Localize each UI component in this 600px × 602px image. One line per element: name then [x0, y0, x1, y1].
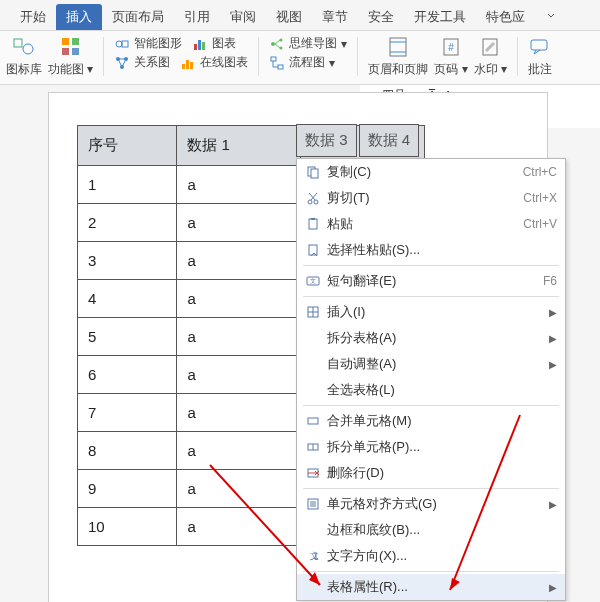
ribbon-watermark-label: 水印: [474, 62, 498, 76]
table-cell[interactable]: a: [177, 242, 301, 280]
ctx-delete-row[interactable]: 删除行(D): [297, 460, 565, 486]
table-cell[interactable]: 1: [78, 166, 177, 204]
submenu-arrow-icon: ▶: [545, 359, 557, 370]
page-number-icon: #: [439, 35, 463, 59]
ctx-split-cells[interactable]: 拆分单元格(P)...: [297, 434, 565, 460]
ctx-cut[interactable]: 剪切(T)Ctrl+X: [297, 185, 565, 211]
ctx-table-properties[interactable]: 表格属性(R)...▶: [297, 574, 565, 600]
svg-rect-28: [531, 40, 547, 50]
svg-rect-30: [311, 169, 318, 178]
ribbon-pgnum-label: 页码: [434, 62, 458, 76]
ribbon-relation[interactable]: 关系图: [114, 54, 170, 71]
tab-chapter[interactable]: 章节: [312, 4, 358, 30]
ribbon-annot-label: 批注: [528, 61, 552, 78]
ribbon-flowchart[interactable]: 流程图 ▾: [269, 54, 335, 71]
table-cell[interactable]: a: [177, 280, 301, 318]
table-cell[interactable]: a: [177, 508, 301, 546]
ctx-separator: [303, 405, 559, 406]
ctx-split-cells-label: 拆分单元格(P)...: [323, 438, 557, 456]
ctx-copy-label: 复制(C): [323, 163, 517, 181]
onlinechart-icon: [180, 55, 196, 71]
ctx-translate[interactable]: 文短句翻译(E)F6: [297, 268, 565, 294]
ctx-autofit-label: 自动调整(A): [323, 355, 545, 373]
ribbon-chart[interactable]: 图表: [192, 35, 236, 52]
ribbon-iconlib[interactable]: 图标库: [6, 35, 42, 78]
svg-point-1: [23, 44, 33, 54]
table-cell[interactable]: 10: [78, 508, 177, 546]
tab-ref[interactable]: 引用: [174, 4, 220, 30]
table-cell[interactable]: 4: [78, 280, 177, 318]
ctx-paste[interactable]: 粘贴Ctrl+V: [297, 211, 565, 237]
svg-rect-3: [72, 38, 79, 45]
ribbon-onlinechart[interactable]: 在线图表: [180, 54, 248, 71]
ctx-select-all[interactable]: 全选表格(L): [297, 377, 565, 403]
tab-review[interactable]: 审阅: [220, 4, 266, 30]
table-cell[interactable]: 6: [78, 356, 177, 394]
tab-dev[interactable]: 开发工具: [404, 4, 476, 30]
svg-rect-9: [198, 40, 201, 50]
table-cell[interactable]: a: [177, 394, 301, 432]
ribbon-smartshape[interactable]: 智能图形: [114, 35, 182, 52]
svg-text:文: 文: [310, 277, 316, 284]
ribbon-smartshape-label: 智能图形: [134, 35, 182, 52]
submenu-arrow-icon: ▶: [545, 307, 557, 318]
table-cell[interactable]: a: [177, 432, 301, 470]
ribbon-fndiag[interactable]: 功能图 ▾: [48, 35, 93, 78]
svg-rect-14: [182, 64, 185, 69]
ctx-borders-label: 边框和底纹(B)...: [323, 521, 557, 539]
svg-rect-34: [311, 218, 315, 220]
table-cell[interactable]: 9: [78, 470, 177, 508]
tab-start[interactable]: 开始: [10, 4, 56, 30]
svg-rect-10: [202, 42, 205, 50]
ribbon-mindmap[interactable]: 思维导图 ▾: [269, 35, 347, 52]
col-head-0[interactable]: 序号: [78, 126, 177, 166]
ribbon-hdrftr[interactable]: 页眉和页脚: [368, 35, 428, 78]
ctx-merge-cells[interactable]: 合并单元格(M): [297, 408, 565, 434]
smartshape-icon: [114, 36, 130, 52]
tab-special[interactable]: 特色应: [476, 4, 535, 30]
table-cell[interactable]: a: [177, 166, 301, 204]
ctx-paste-special[interactable]: 选择性粘贴(S)...: [297, 237, 565, 263]
split-cell-icon: [303, 439, 323, 455]
ribbon-pgnum[interactable]: # 页码 ▾: [434, 35, 467, 78]
ribbon-annot[interactable]: 批注: [528, 35, 552, 78]
table-cell[interactable]: 8: [78, 432, 177, 470]
delete-row-icon: [303, 465, 323, 481]
table-cell[interactable]: a: [177, 318, 301, 356]
table-cell[interactable]: 2: [78, 204, 177, 242]
table-cell[interactable]: a: [177, 204, 301, 242]
ctx-borders[interactable]: 边框和底纹(B)...: [297, 517, 565, 543]
table-cell[interactable]: 7: [78, 394, 177, 432]
svg-point-32: [314, 200, 318, 204]
hidden-column-headers: 数据 3 数据 4: [296, 124, 419, 157]
ctx-text-direction[interactable]: 文文字方向(X)...: [297, 543, 565, 569]
table-cell[interactable]: a: [177, 470, 301, 508]
ribbon-watermark[interactable]: 水印 ▾: [474, 35, 507, 78]
table-cell[interactable]: 3: [78, 242, 177, 280]
col-head-1[interactable]: 数据 1: [177, 126, 301, 166]
separator: [258, 37, 259, 76]
table-cell[interactable]: a: [177, 356, 301, 394]
ctx-insert[interactable]: 插入(I)▶: [297, 299, 565, 325]
chart-icon: [192, 36, 208, 52]
ctx-split-table[interactable]: 拆分表格(A)▶: [297, 325, 565, 351]
tab-insert[interactable]: 插入: [56, 4, 102, 30]
svg-rect-20: [271, 57, 276, 61]
svg-rect-15: [186, 60, 189, 69]
tab-layout[interactable]: 页面布局: [102, 4, 174, 30]
ctx-copy[interactable]: 复制(C)Ctrl+C: [297, 159, 565, 185]
col-head-3: 数据 3: [296, 124, 357, 157]
tab-expand[interactable]: [539, 8, 563, 27]
svg-text:#: #: [448, 42, 454, 53]
ctx-cell-align[interactable]: 单元格对齐方式(G)▶: [297, 491, 565, 517]
tab-view[interactable]: 视图: [266, 4, 312, 30]
insert-icon: [303, 304, 323, 320]
ctx-paste-label: 粘贴: [323, 215, 517, 233]
table-cell[interactable]: 5: [78, 318, 177, 356]
svg-rect-33: [309, 219, 317, 229]
separator: [103, 37, 104, 76]
svg-rect-21: [278, 65, 283, 69]
ctx-autofit[interactable]: 自动调整(A)▶: [297, 351, 565, 377]
tab-security[interactable]: 安全: [358, 4, 404, 30]
ribbon-fndiag-label: 功能图: [48, 62, 84, 76]
